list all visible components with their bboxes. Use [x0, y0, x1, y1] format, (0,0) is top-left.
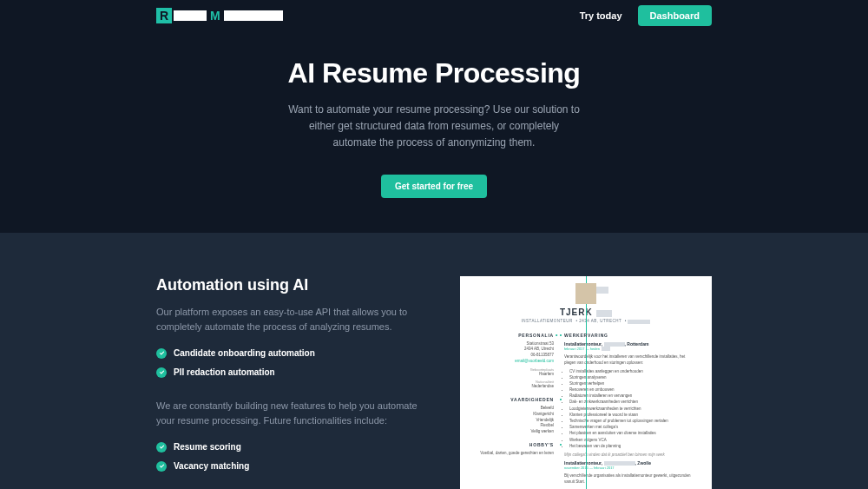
resume-left-col: PERSONALIA Stationstraat 53 2434 AB, Utr…: [474, 333, 554, 487]
feature-label: PII redaction automation: [174, 367, 275, 377]
redacted-block: [596, 310, 612, 317]
check-icon: [156, 348, 167, 359]
section-midtext: We are constantly building new features …: [156, 399, 425, 428]
logo-m-icon: M: [210, 9, 220, 23]
feature-item: Vacancy matching: [156, 461, 425, 472]
resume-name: TJERK: [560, 307, 593, 317]
get-started-button[interactable]: Get started for free: [381, 175, 487, 198]
resume-document: TJERK INSTALLATIEMONTEUR • 2434 AB, UTRE…: [460, 276, 712, 489]
check-icon: [156, 367, 167, 378]
features-list-b: Resume scoringVacancy matching: [156, 442, 425, 472]
section-skills: VAARDIGHEDEN: [474, 397, 554, 402]
quote: Mijn collega's vinden dat ik proactief b…: [564, 453, 698, 457]
section-title: Automation using AI: [156, 276, 425, 294]
section-work: WERKERVARING: [564, 333, 698, 338]
logo[interactable]: R M: [156, 8, 283, 23]
try-today-link[interactable]: Try today: [580, 10, 622, 21]
feature-item: Candidate onboarding automation: [156, 348, 425, 359]
hero-subtitle: Want to automate your resume processing?…: [286, 102, 582, 152]
job-bullets: CV installaties aanleggen en onderhouden…: [564, 368, 698, 449]
feature-item: PII redaction automation: [156, 367, 425, 378]
feature-label: Resume scoring: [174, 442, 241, 452]
automation-section: Automation using AI Our platform exposes…: [0, 233, 868, 489]
skill-item: Vriendelijk: [474, 418, 554, 424]
skill-item: Flexibel: [474, 423, 554, 429]
skill-item: Veilig werken: [474, 429, 554, 435]
redacted-block: [602, 347, 610, 351]
logo-text-block: [174, 10, 207, 21]
automation-left: Automation using AI Our platform exposes…: [156, 276, 425, 489]
redacted-block: [604, 342, 625, 347]
check-icon: [156, 461, 167, 472]
redacted-block: [628, 320, 650, 324]
skill-item: Klantgericht: [474, 412, 554, 418]
avatar: [575, 283, 596, 304]
section-intro: Our platform exposes an easy-to-use API …: [156, 305, 425, 334]
resume-preview: TJERK INSTALLATIEMONTEUR • 2434 AB, UTRE…: [460, 276, 712, 489]
section-personalia: PERSONALIA: [474, 333, 554, 338]
section-hobby: HOBBY'S: [474, 442, 554, 447]
nav: Try today Dashboard: [580, 5, 712, 26]
skill-item: Beleefd: [474, 406, 554, 412]
hero-title: AI Resume Processing: [0, 57, 868, 89]
divider-line: [586, 276, 587, 489]
hero: AI Resume Processing Want to automate yo…: [0, 31, 868, 233]
dashboard-button[interactable]: Dashboard: [638, 5, 712, 26]
logo-text-block: [224, 10, 283, 21]
logo-r-icon: R: [156, 8, 172, 23]
check-icon: [156, 442, 167, 453]
feature-label: Candidate onboarding automation: [174, 348, 315, 358]
feature-label: Vacancy matching: [174, 461, 249, 471]
feature-item: Resume scoring: [156, 442, 425, 453]
resume-right-col: WERKERVARING Installatiemonteur, , Rotte…: [564, 333, 698, 487]
features-list-a: Candidate onboarding automationPII redac…: [156, 348, 425, 378]
header: R M Try today Dashboard: [0, 0, 868, 31]
